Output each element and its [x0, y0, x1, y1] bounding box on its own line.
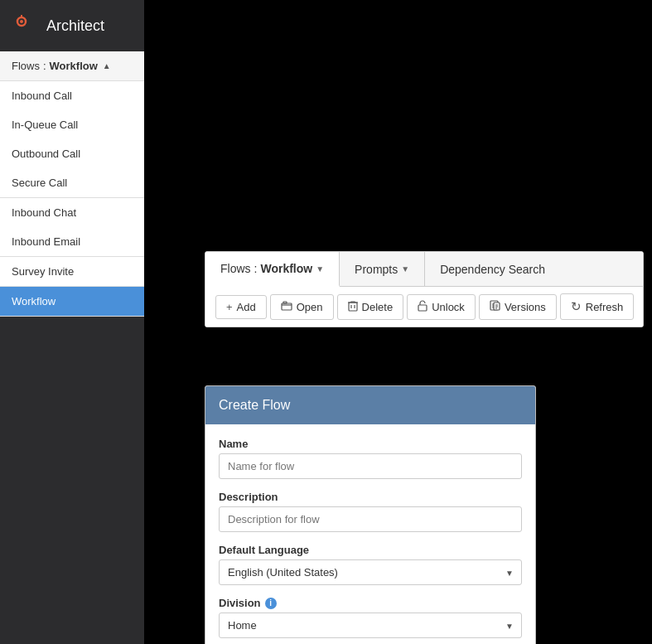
tab-prompts-label: Prompts	[355, 263, 398, 276]
add-icon: +	[226, 301, 233, 313]
unlock-button[interactable]: Unlock	[407, 294, 476, 320]
tab-prompts-arrow: ▼	[401, 264, 409, 274]
svg-rect-3	[282, 303, 292, 310]
tab-dependency-label: Dependency Search	[440, 263, 545, 276]
tab-workflow-bold: Workflow	[260, 262, 312, 275]
toolbar-panel: Flows : Workflow ▼ Prompts ▼ Dependency …	[205, 251, 644, 327]
svg-rect-4	[283, 302, 287, 303]
open-button[interactable]: Open	[270, 294, 334, 320]
sidebar-item-inbound-call[interactable]: Inbound Call	[0, 81, 144, 110]
add-label: Add	[237, 301, 256, 313]
form-group-name: Name	[219, 438, 522, 479]
main-content: Flows : Workflow ▼ Prompts ▼ Dependency …	[144, 0, 652, 644]
division-label-row: Division i	[219, 597, 522, 609]
workflow-nav-label: Workflow	[50, 60, 98, 72]
sidebar-group-survey: Survey Invite	[0, 257, 144, 287]
unlock-label: Unlock	[432, 301, 465, 313]
svg-rect-6	[418, 305, 427, 311]
tab-dependency-search[interactable]: Dependency Search	[425, 252, 560, 286]
refresh-icon: ↻	[571, 299, 582, 314]
dialog-body: Name Description Default Language Englis…	[205, 424, 535, 644]
dialog-title: Create Flow	[219, 398, 290, 412]
sidebar-nav-header[interactable]: Flows : Workflow ▲	[0, 51, 144, 81]
tab-flows-label: Flows	[220, 262, 251, 275]
toolbar-tabs: Flows : Workflow ▼ Prompts ▼ Dependency …	[205, 252, 643, 287]
sidebar-item-outbound-call[interactable]: Outbound Call	[0, 139, 144, 168]
sidebar-group-workflow: Workflow	[0, 287, 144, 317]
delete-button[interactable]: Delete	[337, 294, 404, 320]
refresh-label: Refresh	[586, 301, 624, 313]
division-label: Division	[219, 597, 261, 609]
sidebar-group-calls: Inbound Call In-Queue Call Outbound Call…	[0, 81, 144, 198]
form-group-language: Default Language English (United States)…	[219, 544, 522, 585]
division-select[interactable]: Home Other	[219, 613, 522, 638]
sidebar-item-secure-call[interactable]: Secure Call	[0, 168, 144, 197]
flows-label: Flows	[12, 60, 40, 72]
language-select-wrapper: English (United States) Spanish French	[219, 559, 522, 585]
tab-flows-arrow: ▼	[316, 264, 324, 274]
language-select[interactable]: English (United States) Spanish French	[219, 559, 522, 585]
sidebar-item-inbound-email[interactable]: Inbound Email	[0, 227, 144, 256]
sidebar-header: Architect	[0, 0, 144, 51]
tab-prompts[interactable]: Prompts ▼	[340, 252, 425, 286]
delete-icon	[348, 300, 358, 314]
name-input[interactable]	[219, 453, 522, 479]
sidebar-group-chat-email: Inbound Chat Inbound Email	[0, 198, 144, 257]
sidebar: Architect Flows : Workflow ▲ Inbound Cal…	[0, 0, 144, 644]
description-input[interactable]	[219, 506, 522, 532]
tab-colon: :	[254, 262, 258, 275]
create-flow-dialog: Create Flow Name Description Default Lan…	[205, 385, 536, 644]
svg-rect-5	[349, 303, 357, 311]
description-label: Description	[219, 491, 522, 503]
sidebar-item-survey-invite[interactable]: Survey Invite	[0, 257, 144, 286]
open-icon	[281, 300, 292, 314]
name-label: Name	[219, 438, 522, 450]
division-info-icon[interactable]: i	[265, 598, 277, 609]
app-title: Architect	[46, 17, 104, 35]
division-select-wrapper: Home Other	[219, 613, 522, 638]
versions-label: Versions	[505, 301, 546, 313]
svg-point-1	[20, 20, 23, 23]
sidebar-item-workflow[interactable]: Workflow	[0, 287, 144, 316]
sidebar-item-inqueue-call[interactable]: In-Queue Call	[0, 110, 144, 139]
versions-button[interactable]: Versions	[479, 294, 557, 320]
architect-logo-icon	[13, 13, 38, 38]
tab-flows-workflow[interactable]: Flows : Workflow ▼	[205, 252, 340, 287]
add-button[interactable]: + Add	[215, 295, 267, 319]
toolbar-actions: + Add Open	[205, 287, 643, 327]
versions-icon	[490, 300, 500, 314]
dialog-header: Create Flow	[205, 386, 535, 424]
unlock-icon	[418, 300, 427, 314]
language-label: Default Language	[219, 544, 522, 556]
form-group-division: Division i Home Other	[219, 597, 522, 638]
refresh-button[interactable]: ↻ Refresh	[560, 293, 635, 320]
sidebar-item-inbound-chat[interactable]: Inbound Chat	[0, 198, 144, 227]
form-group-description: Description	[219, 491, 522, 532]
open-label: Open	[297, 301, 323, 313]
delete-label: Delete	[362, 301, 394, 313]
nav-dropdown-arrow: ▲	[103, 61, 111, 70]
